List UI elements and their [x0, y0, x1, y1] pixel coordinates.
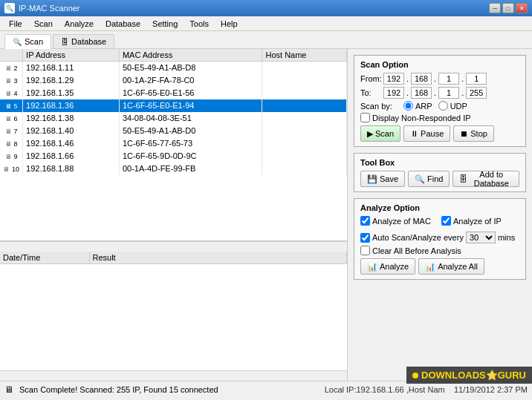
tab-scan[interactable]: 🔍 Scan [4, 34, 51, 49]
row-cell-mac: 00-1A-2F-FA-78-C0 [119, 74, 262, 87]
maximize-button[interactable]: □ [502, 3, 514, 13]
to-ip-3[interactable] [438, 87, 459, 99]
udp-radio[interactable] [438, 101, 448, 111]
save-icon: 💾 [367, 174, 377, 184]
table-row[interactable]: 🖥 3 192.168.1.29 00-1A-2F-FA-78-C0 [0, 74, 347, 87]
watermark-text: DOWNLOADS⭐GURU [421, 370, 526, 381]
arp-radio-label[interactable]: ARP [403, 101, 432, 111]
row-cell-checkbox: 🖥 2 [0, 62, 23, 74]
row-cell-ip: 192.168.1.38 [23, 112, 120, 125]
scan-tab-icon: 🔍 [13, 38, 22, 46]
mins-label: mins [498, 233, 515, 242]
h-scroll-bar-log[interactable] [0, 370, 347, 381]
from-row: From: . . . [360, 73, 519, 85]
watermark: DOWNLOADS⭐GURU [406, 367, 532, 384]
db-tab-icon: 🗄 [61, 38, 68, 46]
log-col-datetime: Date/Time [0, 252, 89, 264]
add-to-db-button[interactable]: 🗄 Add to Database [452, 171, 519, 187]
scan-table: IP Address MAC Address Host Name 🖥 2 192… [0, 49, 347, 175]
log-scroll[interactable]: Date/Time Result [0, 252, 347, 370]
row-cell-mac: 1C-6F-65-E0-E1-56 [119, 87, 262, 99]
col-ip: IP Address [23, 49, 120, 62]
analyze-ip-text: Analyze of IP [453, 217, 502, 226]
row-cell-checkbox: 🖥 4 [0, 87, 23, 99]
udp-radio-label[interactable]: UDP [438, 101, 467, 111]
row-cell-checkbox: 🖥 6 [0, 112, 23, 125]
from-ip-2[interactable] [411, 73, 432, 85]
row-cell-checkbox: 🖥 3 [0, 74, 23, 87]
analyze-mac-label[interactable]: Analyze of MAC [360, 216, 438, 226]
save-button[interactable]: 💾 Save [360, 171, 405, 187]
scan-table-scroll[interactable]: IP Address MAC Address Host Name 🖥 2 192… [0, 49, 347, 240]
scan-by-row: Scan by: ARP UDP [360, 101, 519, 111]
table-row[interactable]: 🖥 2 192.168.1.11 50-E5-49-A1-AB-D8 [0, 62, 347, 74]
row-cell-checkbox: 🖥 10 [0, 163, 23, 175]
main-content: IP Address MAC Address Host Name 🖥 2 192… [0, 49, 532, 381]
row-cell-host [262, 137, 347, 150]
clear-all-row[interactable]: Clear All Before Analysis [360, 246, 519, 255]
analyze-ip-checkbox[interactable] [441, 216, 451, 226]
table-row[interactable]: 🖥 5 192.168.1.36 1C-6F-65-E0-E1-94 [0, 99, 347, 112]
menu-setting[interactable]: Setting [146, 18, 184, 30]
add-db-icon: 🗄 [459, 174, 467, 183]
tab-database[interactable]: 🗄 Database [53, 34, 114, 48]
row-cell-host [262, 87, 347, 99]
log-table: Date/Time Result [0, 252, 347, 264]
scan-option-box: Scan Option From: . . . To: . . . [354, 55, 526, 147]
display-non-label: Display Non-Responded IP [372, 114, 471, 122]
window-controls: ─ □ ✕ [489, 3, 528, 13]
col-checkbox [0, 49, 23, 62]
analyze-mac-text: Analyze of MAC [372, 217, 431, 226]
menu-tools[interactable]: Tools [184, 18, 215, 30]
table-row[interactable]: 🖥 4 192.168.1.35 1C-6F-65-E0-E1-56 [0, 87, 347, 99]
row-cell-mac: 00-1A-4D-FE-99-FB [119, 163, 262, 175]
h-scroll-bar[interactable] [0, 241, 347, 252]
menu-scan[interactable]: Scan [28, 18, 59, 30]
tool-box: Tool Box 💾 Save 🔍 Find 🗄 Add to Database [354, 153, 526, 192]
menu-analyze[interactable]: Analyze [59, 18, 100, 30]
scan-by-label: Scan by: [360, 102, 398, 111]
menu-database[interactable]: Database [100, 18, 146, 30]
menu-help[interactable]: Help [215, 18, 244, 30]
row-cell-mac: 50-E5-49-A1-AB-D0 [119, 125, 262, 137]
row-cell-host [262, 99, 347, 112]
table-row[interactable]: 🖥 10 192.168.1.88 00-1A-4D-FE-99-FB [0, 163, 347, 175]
analyze-ip-label[interactable]: Analyze of IP [441, 216, 519, 226]
from-ip-4[interactable] [466, 73, 487, 85]
table-row[interactable]: 🖥 7 192.168.1.40 50-E5-49-A1-AB-D0 [0, 125, 347, 137]
to-ip-4[interactable] [466, 87, 487, 99]
minimize-button[interactable]: ─ [489, 3, 501, 13]
display-non-checkbox[interactable] [360, 113, 370, 122]
table-row[interactable]: 🖥 6 192.168.1.38 34-08-04-08-3E-51 [0, 112, 347, 125]
from-label: From: [360, 74, 381, 83]
auto-scan-checkbox[interactable] [360, 233, 370, 243]
menu-file[interactable]: File [3, 18, 28, 30]
row-cell-host [262, 163, 347, 175]
find-button[interactable]: 🔍 Find [408, 171, 450, 187]
to-ip-1[interactable] [383, 87, 404, 99]
row-cell-checkbox: 🖥 7 [0, 125, 23, 137]
analyze-option-box: Analyze Option Analyze of MAC Analyze of… [354, 198, 526, 280]
pause-button[interactable]: ⏸ Pause [403, 125, 450, 142]
auto-scan-interval[interactable]: 30 60 120 [466, 232, 496, 243]
scan-button[interactable]: ▶ Scan [360, 125, 400, 142]
display-non-row[interactable]: Display Non-Responded IP [360, 113, 519, 122]
from-ip-3[interactable] [438, 73, 459, 85]
row-cell-mac: 1C-6F-65-9D-0D-9C [119, 150, 262, 163]
row-cell-host [262, 62, 347, 74]
table-row[interactable]: 🖥 9 192.168.1.66 1C-6F-65-9D-0D-9C [0, 150, 347, 163]
arp-radio[interactable] [403, 101, 413, 111]
analyze-mac-checkbox[interactable] [360, 216, 370, 226]
watermark-dot [412, 373, 418, 378]
analyze-all-button[interactable]: 📊 Analyze All [418, 258, 484, 275]
analyze-button[interactable]: 📊 Analyze [360, 258, 415, 275]
table-row[interactable]: 🖥 8 192.168.1.46 1C-6F-65-77-65-73 [0, 137, 347, 150]
stop-button[interactable]: ⏹ Stop [453, 125, 494, 142]
clear-all-checkbox[interactable] [360, 246, 370, 255]
row-cell-ip: 192.168.1.88 [23, 163, 120, 175]
from-ip-1[interactable] [383, 73, 404, 85]
left-panel: IP Address MAC Address Host Name 🖥 2 192… [0, 49, 348, 381]
to-ip-2[interactable] [411, 87, 432, 99]
analyze-all-icon: 📊 [425, 262, 435, 272]
close-button[interactable]: ✕ [516, 3, 528, 13]
